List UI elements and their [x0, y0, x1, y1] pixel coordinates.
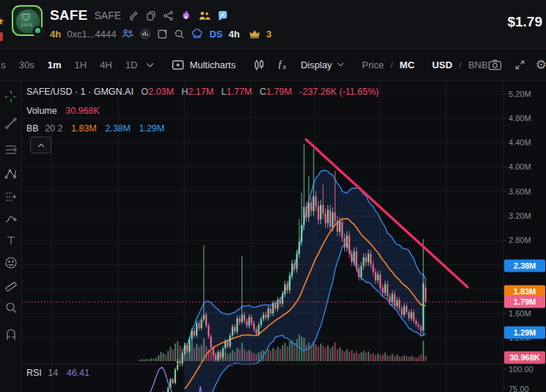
tool-trend-line-icon[interactable]	[4, 116, 18, 131]
mc-option[interactable]: MC	[400, 59, 415, 70]
bnb-option[interactable]: BNB	[468, 59, 488, 70]
usd-option[interactable]: USD	[432, 59, 452, 70]
analytics-icon[interactable]	[139, 28, 151, 40]
share-icon[interactable]	[163, 10, 174, 21]
price-tick-3.60M: 3.60M	[509, 187, 531, 196]
tool-forecast-icon[interactable]	[4, 189, 18, 204]
timeframe-1H[interactable]: 1H	[75, 59, 87, 70]
chain-badge-icon	[32, 26, 44, 37]
current-price-badge: 1.79M	[504, 296, 545, 308]
close-value: 1.79M	[266, 87, 292, 97]
current-price: $1.79	[507, 14, 542, 30]
holders-list-icon[interactable]	[122, 29, 134, 39]
rsi-tick-100.00: 100.00	[509, 365, 534, 374]
display-dropdown[interactable]: Display	[301, 59, 345, 70]
flame-icon[interactable]	[181, 10, 192, 21]
chart-toolbar: 1s30s1m1H4H1D Multicharts ƒx Display Pri…	[0, 48, 546, 81]
tool-magnifier-icon[interactable]	[4, 300, 18, 315]
fullscreen-icon[interactable]	[514, 59, 525, 70]
price-tick-5.20M: 5.20M	[509, 90, 531, 98]
candlestick-style-icon[interactable]	[253, 59, 266, 71]
settings-gear-icon[interactable]: ⚙	[536, 59, 546, 71]
svg-text:1.83M: 1.83M	[514, 287, 536, 296]
token-header: ★ 🛡 SAFE SAFE SAFE	[0, 0, 546, 48]
price-tick-2.80M: 2.80M	[509, 236, 531, 244]
price-tick-3.20M: 3.20M	[509, 211, 531, 220]
price-tick-4.40M: 4.40M	[509, 138, 531, 147]
tool-magnet-icon[interactable]	[4, 327, 18, 342]
token-name: SAFE	[50, 7, 87, 23]
rsi-legend: RSI 14 46.41	[26, 368, 90, 378]
shield-icon: 🛡	[21, 12, 31, 23]
gmgn-chart-app: ★ 🛡 SAFE SAFE SAFE	[0, 0, 546, 392]
rsi-param: 14	[48, 368, 58, 378]
timeframe-4H[interactable]: 4H	[100, 59, 112, 70]
search-icon[interactable]	[174, 29, 185, 40]
high-value: 2.17M	[188, 87, 214, 97]
chevron-down-icon[interactable]	[146, 62, 154, 68]
currency-toggle[interactable]: USD/BNB	[432, 59, 488, 70]
timeframe-30s[interactable]: 30s	[19, 59, 34, 70]
timeframe-1m[interactable]: 1m	[48, 59, 62, 70]
volume-value: 30.968K	[65, 106, 100, 116]
tool-crosshair-icon[interactable]	[4, 90, 18, 104]
price-chart[interactable]: 5.20M4.80M4.40M4.00M3.60M3.20M2.80M1.60M…	[22, 81, 546, 392]
bb-params: 20 2	[45, 123, 62, 134]
rsi-value: 46.41	[67, 368, 90, 378]
svg-text:1.29M: 1.29M	[514, 328, 536, 337]
svg-text:2.38M: 2.38M	[514, 261, 536, 270]
chart-legend-line: SAFE/USD · 1 · GMGN.AI O2.03M H2.17M L1.…	[26, 87, 379, 97]
change-value: -237.26K (-11.65%)	[299, 87, 379, 97]
token-logo[interactable]: 🛡 SAFE	[12, 5, 43, 36]
bb-upper-value: 2.38M	[105, 123, 131, 134]
tool-brush-icon[interactable]	[4, 211, 18, 226]
svg-text:1.79M: 1.79M	[514, 297, 536, 306]
rsi-label: RSI	[26, 368, 42, 378]
tool-text-icon[interactable]	[4, 233, 18, 248]
multicharts-button[interactable]: Multicharts	[172, 59, 236, 70]
timeframe-1D[interactable]: 1D	[125, 59, 138, 70]
price-tick-4.80M: 4.80M	[509, 114, 531, 123]
dev-chef-hat-icon[interactable]	[191, 29, 203, 40]
multicharts-label: Multicharts	[189, 59, 236, 70]
volume-label: Volume	[26, 106, 57, 116]
price-option[interactable]: Price	[362, 59, 384, 70]
ds-time: 4h	[228, 29, 239, 40]
token-symbol: SAFE	[94, 10, 121, 21]
svg-text:30.968K: 30.968K	[509, 353, 540, 362]
indicators-fx-icon[interactable]: ƒx	[277, 59, 286, 70]
crown-icon[interactable]	[249, 29, 261, 39]
bb-label: BB	[26, 123, 39, 134]
tool-xabcd-pattern-icon[interactable]	[4, 167, 18, 181]
rsi-tick-75.00: 75.00	[509, 385, 529, 392]
tool-fib-lines-icon[interactable]	[4, 142, 18, 157]
holders-icon[interactable]	[198, 10, 211, 21]
bb-lower-badge: 1.29M	[504, 327, 545, 339]
note-bubble-icon[interactable]	[217, 10, 228, 21]
screenshot-camera-icon[interactable]	[488, 59, 502, 70]
favorite-star-icon[interactable]: ★	[0, 15, 4, 28]
volume-legend: Volume 30.968K	[26, 106, 100, 116]
timeframes: 1s30s1m1H4H1D	[0, 59, 137, 70]
tool-ruler-icon[interactable]	[4, 277, 18, 292]
token-age: 4h	[50, 29, 61, 40]
edit-icon[interactable]	[128, 10, 139, 21]
bb-lower-value: 1.29M	[139, 123, 164, 134]
crown-count: 3	[266, 29, 272, 40]
ds-label: DS	[209, 29, 222, 40]
collapse-indicators-button[interactable]	[30, 137, 51, 153]
open-value: 2.03M	[148, 87, 174, 97]
price-mc-toggle[interactable]: Price/MC	[362, 59, 414, 70]
memo-icon[interactable]	[157, 29, 168, 40]
contract-address[interactable]: 0xc1...4444	[67, 29, 116, 40]
timeframe-1s[interactable]: 1s	[0, 59, 6, 70]
tool-emoji-icon[interactable]	[4, 255, 18, 270]
symbol-title: SAFE/USD · 1 · GMGN.AI	[26, 87, 134, 97]
volume-badge: 30.968K	[504, 352, 545, 364]
display-label: Display	[301, 59, 332, 70]
bb-mid-value: 1.83M	[71, 123, 97, 134]
edge-partial-icon	[0, 32, 3, 41]
copy-icon[interactable]	[145, 10, 156, 21]
bollinger-legend: BB 20 2 1.83M 2.38M 1.29M	[26, 123, 164, 134]
price-tick-1.60M: 1.60M	[509, 309, 531, 318]
